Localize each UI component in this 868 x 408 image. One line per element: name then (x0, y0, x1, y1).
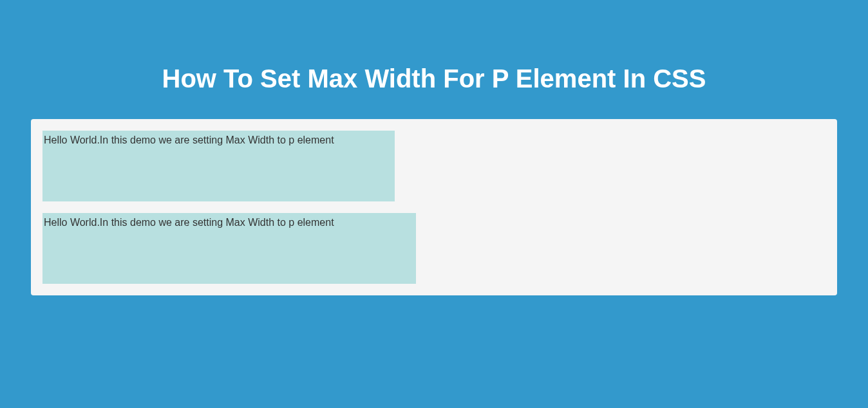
content-panel: Hello World.In this demo we are setting … (31, 119, 837, 295)
demo-paragraph-1: Hello World.In this demo we are setting … (42, 131, 395, 201)
page-title: How To Set Max Width For P Element In CS… (26, 64, 842, 93)
demo-paragraph-2: Hello World.In this demo we are setting … (42, 213, 416, 284)
